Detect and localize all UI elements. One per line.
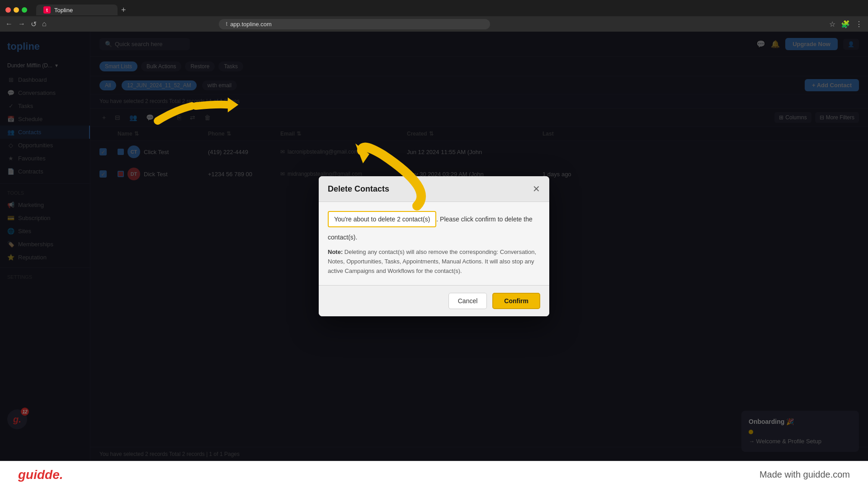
dialog-note: Note: Deleting any contact(s) will also … (328, 248, 540, 276)
bookmark-icon[interactable]: ☆ (829, 20, 835, 28)
home-button[interactable]: ⌂ (42, 20, 47, 28)
active-tab[interactable]: t Topline (36, 5, 118, 15)
minimize-window-button[interactable] (14, 7, 19, 13)
tab-bar: t Topline + (0, 0, 868, 16)
cancel-button[interactable]: Cancel (448, 293, 487, 309)
confirm-button[interactable]: Confirm (492, 293, 540, 309)
browser-chrome: t Topline + ← → ↺ ⌂ t app.topline.com ☆ … (0, 0, 868, 32)
tab-label: Topline (54, 7, 73, 14)
tab-favicon: t (43, 6, 51, 14)
dialog-title: Delete Contacts (328, 184, 389, 194)
modal-overlay[interactable]: Delete Contacts ✕ You're about to delete… (0, 32, 868, 461)
note-label: Note: (328, 249, 344, 255)
back-button[interactable]: ← (5, 20, 13, 28)
window-controls (5, 7, 27, 13)
close-window-button[interactable] (5, 7, 11, 13)
dialog-highlight-text: You're about to delete 2 contact(s) (328, 211, 436, 227)
url-input[interactable]: t app.topline.com (219, 19, 490, 29)
maximize-window-button[interactable] (22, 7, 27, 13)
new-tab-button[interactable]: + (121, 5, 126, 15)
reload-button[interactable]: ↺ (31, 20, 37, 28)
secure-icon: t (226, 21, 227, 27)
forward-button[interactable]: → (18, 20, 25, 28)
dialog-header: Delete Contacts ✕ (319, 176, 549, 202)
dialog-close-button[interactable]: ✕ (533, 183, 540, 194)
footer: guidde. Made with guidde.com (0, 461, 868, 488)
extensions-icon[interactable]: 🧩 (841, 20, 850, 28)
guidde-logo: guidde. (18, 468, 63, 482)
dialog-actions: Cancel Confirm (319, 285, 549, 316)
menu-icon[interactable]: ⋮ (855, 20, 863, 28)
browser-toolbar-right: ☆ 🧩 ⋮ (829, 20, 863, 28)
url-text: app.topline.com (230, 21, 272, 28)
address-bar: ← → ↺ ⌂ t app.topline.com ☆ 🧩 ⋮ (0, 16, 868, 32)
note-body: Deleting any contact(s) will also remove… (328, 249, 536, 274)
app-container: topline Dunder Mifflin (D... ▾ ⊞ Dashboa… (0, 32, 868, 461)
delete-contacts-dialog: Delete Contacts ✕ You're about to delete… (319, 176, 549, 316)
guidde-logo-text: guidde. (18, 468, 63, 482)
footer-tagline: Made with guidde.com (760, 469, 850, 480)
dialog-body: You're about to delete 2 contact(s). Ple… (319, 202, 549, 285)
